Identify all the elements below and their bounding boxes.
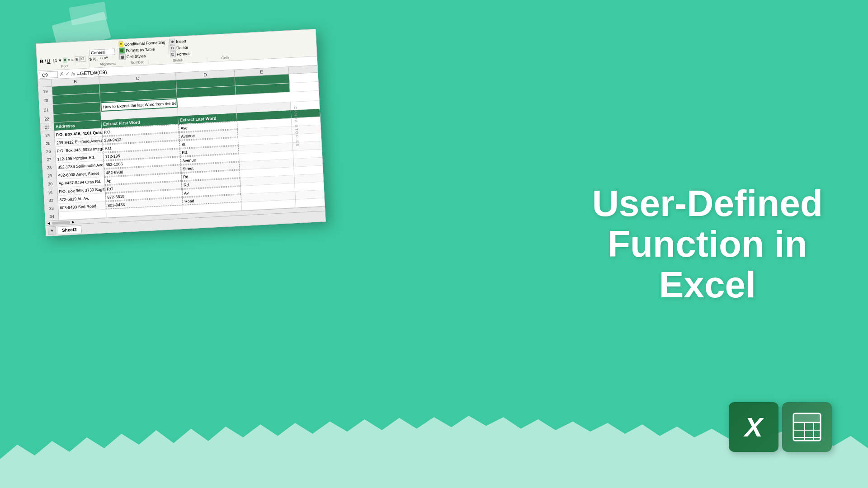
excel-x-letter: X	[745, 412, 763, 443]
conditional-formatting-icon: ≡	[118, 41, 123, 47]
excel-x-logo: X	[729, 402, 778, 452]
cell-styles-btn[interactable]: Cell Styles	[127, 53, 146, 59]
row-num-19: 19	[38, 87, 52, 96]
underline-button[interactable]: U	[47, 58, 51, 63]
row-num-d8: 31	[44, 188, 58, 196]
excel-table-logo	[782, 402, 832, 452]
row-num-20: 20	[39, 96, 53, 105]
bold-button[interactable]: B	[40, 58, 44, 64]
excel-screenshot-card: B I U 11 ▼ ≡ ≡ ≡ ⊞ ⊟ General $ %	[36, 29, 326, 236]
add-sheet-button[interactable]: +	[47, 226, 56, 235]
row-num-d5: 28	[42, 164, 57, 172]
title-line-2: Function in	[592, 224, 823, 264]
title-line-3: Excel	[592, 264, 823, 305]
font-size-dropdown[interactable]: ▼	[58, 58, 62, 62]
spreadsheet-content: 19 20 21 How to Extract the last Word fr…	[38, 73, 325, 221]
scroll-right-btn[interactable]: ▶	[72, 220, 75, 224]
delete-btn[interactable]: Delete	[176, 45, 189, 50]
format-icon: ⊡	[170, 51, 176, 57]
row-num-d2: 25	[41, 139, 55, 148]
row-num-d1: 24	[41, 131, 55, 140]
number-group-label: Number	[126, 60, 149, 66]
alignment-group-label: Alignment	[90, 61, 126, 67]
right-content-area: User-Defined Function in Excel	[592, 183, 823, 305]
scroll-left-btn[interactable]: ◀	[47, 221, 50, 225]
row-num-d9: 32	[44, 196, 58, 204]
wrap-text-icon: ⊞	[75, 56, 80, 63]
table-grid-svg	[791, 411, 823, 443]
format-table-btn[interactable]: Format as Table	[126, 47, 155, 52]
row-num-21: 21	[39, 105, 53, 115]
sheet2-tab[interactable]: Sheet2	[57, 225, 82, 234]
formula-value: =GETLW(C9)	[77, 69, 107, 76]
align-icon-2: ≡	[68, 57, 71, 62]
row-num-22: 22	[40, 115, 54, 123]
format-table-icon: ⊞	[119, 47, 125, 54]
excel-logo-area: X	[729, 402, 832, 452]
row-num-h: 23	[41, 123, 55, 131]
font-size-display: 11	[52, 58, 57, 63]
spreadsheet-title: How to Extract the last Word from the Se…	[103, 100, 178, 109]
comma-sign: ,	[97, 56, 99, 61]
row-num-d6: 29	[43, 172, 57, 180]
cancel-formula-btn[interactable]: ✗	[60, 71, 64, 77]
align-icon-3: ≡	[71, 57, 74, 62]
cell-reference-box[interactable]: C9	[40, 71, 58, 79]
svg-rect-6	[793, 413, 821, 422]
format-btn[interactable]: Format	[177, 51, 190, 56]
cells-group-label: Cells	[207, 55, 243, 61]
main-title: User-Defined Function in Excel	[592, 183, 823, 305]
row-num-d3: 26	[42, 147, 56, 156]
row-num-d7: 30	[43, 179, 57, 188]
row-num-d10: 33	[45, 204, 59, 212]
delete-icon: ⊖	[170, 45, 176, 51]
row-num-e1: 34	[45, 212, 59, 221]
align-icon-1: ≡	[63, 57, 67, 62]
insert-icon: ⊕	[169, 38, 175, 45]
insert-btn[interactable]: Insert	[176, 39, 186, 44]
merge-icon: ⊟	[80, 56, 86, 62]
percent-sign: %	[93, 57, 97, 61]
number-format-dropdown[interactable]: General	[89, 48, 115, 56]
title-line-1: User-Defined	[592, 183, 823, 224]
confirm-formula-btn[interactable]: ✓	[66, 71, 70, 77]
fx-label: fx	[71, 71, 75, 76]
dollar-sign: $	[90, 57, 92, 61]
decimal-increase: ⁺⁰	[99, 56, 104, 61]
row-num-d4: 27	[42, 155, 56, 164]
cell-styles-icon: ▦	[119, 54, 126, 60]
row-num-corner	[38, 80, 52, 87]
decimal-decrease: ⁰⁰	[104, 56, 108, 61]
italic-button[interactable]: I	[44, 58, 46, 64]
